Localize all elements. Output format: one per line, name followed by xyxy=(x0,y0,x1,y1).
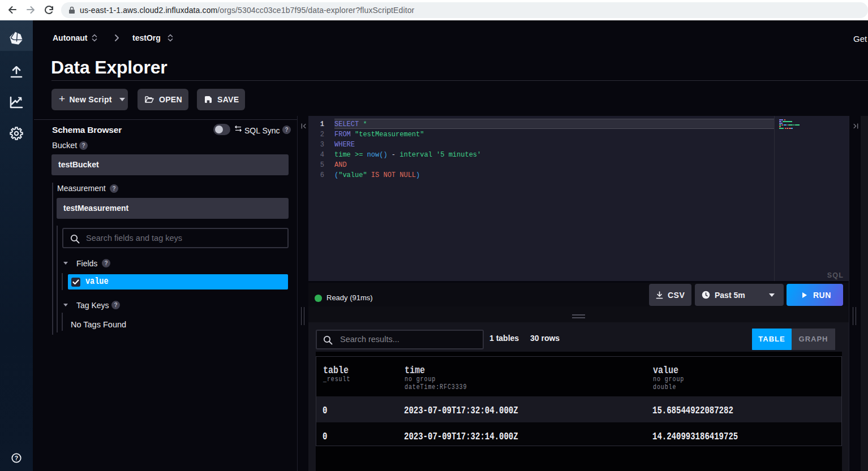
svg-text:?: ? xyxy=(15,455,18,461)
